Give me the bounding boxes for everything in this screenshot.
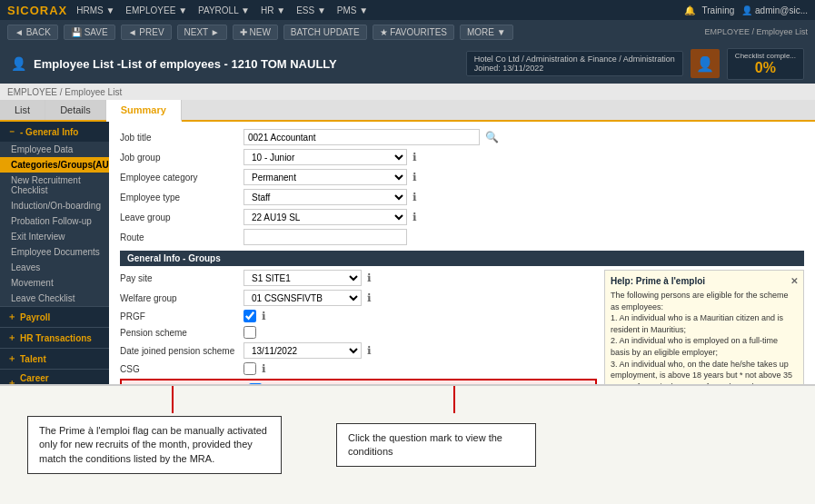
sidebar-item-induction[interactable]: Induction/On-boarding <box>0 198 109 213</box>
help-box-header: Help: Prime à l'emploi ✕ <box>611 276 798 286</box>
sidebar-item-employee-data[interactable]: Employee Data <box>0 142 109 157</box>
nav-items: HRMS ▼ EMPLOYEE ▼ PAYROLL ▼ HR ▼ ESS ▼ P… <box>76 5 683 15</box>
leave-group-row: Leave group 22 AU19 SL ℹ <box>120 209 804 225</box>
back-button[interactable]: ◄ BACK <box>7 25 58 40</box>
section-groups-header: General Info - Groups <box>120 251 804 266</box>
employee-title: Employee List -List of employees - 1210 … <box>34 57 466 71</box>
sidebar-item-recruitment[interactable]: New Recruitment Checklist <box>0 173 109 198</box>
pension-scheme-checkbox[interactable] <box>244 326 256 339</box>
tab-list[interactable]: List <box>0 100 45 120</box>
prgf-label: PRGF <box>120 311 238 321</box>
leave-group-select[interactable]: 22 AU19 SL <box>244 209 407 225</box>
annotation-box-right: Click the question mark to view the cond… <box>336 423 536 468</box>
employee-header-right: Hotel Co Ltd / Administration & Finance … <box>466 48 804 80</box>
employee-category-row: Employee category Permanent ℹ <box>120 169 804 185</box>
checklist-label: Checklist comple... <box>735 52 796 60</box>
general-info-label: - General Info <box>20 127 78 137</box>
nav-ess[interactable]: ESS ▼ <box>296 5 326 15</box>
more-button[interactable]: MORE ▼ <box>460 25 513 40</box>
sidebar-item-exit[interactable]: Exit Interview <box>0 229 109 244</box>
welfare-group-row: Welfare group 01 CSGNSFIVTB ℹ <box>120 290 597 306</box>
search-icon[interactable]: 🔍 <box>485 131 499 143</box>
welfare-group-label: Welfare group <box>120 293 238 303</box>
info-icon-emp-type[interactable]: ℹ <box>412 191 417 203</box>
job-group-select[interactable]: 10 - Junior <box>244 149 407 165</box>
annotation-box-left: The Prime à l'emploi flag can be manuall… <box>27 416 282 474</box>
company-info-box: Hotel Co Ltd / Administration & Finance … <box>466 51 683 76</box>
leave-group-label: Leave group <box>120 212 238 222</box>
tab-summary[interactable]: Summary <box>106 100 182 122</box>
sidebar-item-categories-groups[interactable]: Categories/Groups(AU) <box>0 157 109 173</box>
sidebar-item-leave-checklist[interactable]: Leave Checklist <box>0 291 109 306</box>
job-group-label: Job group <box>120 153 238 163</box>
help-box-title: Help: Prime à l'emploi <box>611 276 705 286</box>
minus-icon: － <box>7 125 16 138</box>
route-input[interactable] <box>244 229 407 245</box>
breadcrumb-text: EMPLOYEE / Employee List <box>7 87 122 97</box>
employee-type-row: Employee type Staff ℹ <box>120 189 804 205</box>
sidebar-general-info-header[interactable]: － - General Info <box>0 122 109 142</box>
info-icon-leave[interactable]: ℹ <box>412 211 417 223</box>
app-logo: SICORAX <box>7 4 67 17</box>
prev-button[interactable]: ◄ PREV <box>121 25 172 40</box>
batch-update-button[interactable]: BATCH UPDATE <box>283 25 367 40</box>
sidebar-hr-transactions[interactable]: ＋ HR Transactions <box>0 328 109 349</box>
nav-hrms[interactable]: HRMS ▼ <box>76 5 114 15</box>
breadcrumb-bar: EMPLOYEE / Employee List <box>0 84 815 100</box>
info-icon-welfare[interactable]: ℹ <box>367 292 372 304</box>
joined-date: Joined: 13/11/2022 <box>474 64 675 73</box>
nav-payroll[interactable]: PAYROLL ▼ <box>198 5 250 15</box>
info-icon-job-group[interactable]: ℹ <box>412 151 417 163</box>
info-icon-pay-site[interactable]: ℹ <box>367 272 372 284</box>
pay-site-select[interactable]: S1 SITE1 <box>244 270 362 286</box>
nav-employee[interactable]: EMPLOYEE ▼ <box>125 5 187 15</box>
top-nav: SICORAX HRMS ▼ EMPLOYEE ▼ PAYROLL ▼ HR ▼… <box>0 0 815 20</box>
welfare-group-select[interactable]: 01 CSGNSFIVTB <box>244 290 362 306</box>
job-title-input[interactable] <box>244 129 480 145</box>
notification-icon[interactable]: 🔔 <box>684 5 695 15</box>
prgf-row: PRGF ℹ <box>120 310 597 322</box>
job-title-label: Job title <box>120 133 238 143</box>
sidebar-item-documents[interactable]: Employee Documents <box>0 244 109 260</box>
plus-icon-talent: ＋ <box>7 352 16 365</box>
csg-checkbox[interactable] <box>244 362 256 375</box>
info-icon-emp-cat[interactable]: ℹ <box>412 171 417 183</box>
info-icon-csg[interactable]: ℹ <box>262 362 266 375</box>
info-icon-pension-date[interactable]: ℹ <box>367 344 372 357</box>
pension-scheme-row: Pension scheme <box>120 326 597 339</box>
date-pension-select[interactable]: 13/11/2022 <box>244 342 362 359</box>
training-link[interactable]: Training <box>702 5 735 15</box>
nav-hr[interactable]: HR ▼ <box>261 5 285 15</box>
pay-site-label: Pay site <box>120 273 238 283</box>
nav-pms[interactable]: PMS ▼ <box>337 5 368 15</box>
sidebar-item-movement[interactable]: Movement <box>0 275 109 291</box>
avatar: 👤 <box>691 49 720 78</box>
next-button[interactable]: NEXT ► <box>177 25 227 40</box>
pension-scheme-label: Pension scheme <box>120 328 238 338</box>
sidebar-payroll[interactable]: ＋ Payroll <box>0 307 109 328</box>
nav-right: 🔔 Training 👤 admin@sic... <box>684 5 809 15</box>
employee-category-label: Employee category <box>120 173 238 183</box>
prgf-checkbox[interactable] <box>244 310 256 322</box>
info-icon-prgf[interactable]: ℹ <box>262 310 266 322</box>
sidebar-talent[interactable]: ＋ Talent <box>0 349 109 370</box>
save-button[interactable]: 💾 SAVE <box>64 25 115 40</box>
employee-type-label: Employee type <box>120 193 238 203</box>
new-button[interactable]: ✚ NEW <box>233 25 278 40</box>
employee-category-select[interactable]: Permanent <box>244 169 407 185</box>
tab-details[interactable]: Details <box>45 100 106 120</box>
job-title-row: Job title 🔍 <box>120 129 804 145</box>
admin-menu[interactable]: 👤 admin@sic... <box>741 5 808 15</box>
sidebar-item-leaves[interactable]: Leaves <box>0 260 109 275</box>
csg-row: CSG ℹ <box>120 362 597 375</box>
employee-header: 👤 Employee List -List of employees - 121… <box>0 44 815 84</box>
annotation-right-text: Click the question mark to view the cond… <box>348 432 502 457</box>
employee-type-select[interactable]: Staff <box>244 189 407 205</box>
company-name: Hotel Co Ltd / Administration & Finance … <box>474 54 675 64</box>
favourites-button[interactable]: ★ FAVOURITES <box>373 25 454 40</box>
sidebar-item-probation[interactable]: Probation Follow-up <box>0 213 109 229</box>
plus-icon-hr: ＋ <box>7 331 16 344</box>
sidebar-general-info-section: － - General Info Employee Data Categorie… <box>0 122 109 307</box>
help-box-close-button[interactable]: ✕ <box>790 276 798 286</box>
date-pension-row: Date joined pension scheme 13/11/2022 ℹ <box>120 342 597 359</box>
